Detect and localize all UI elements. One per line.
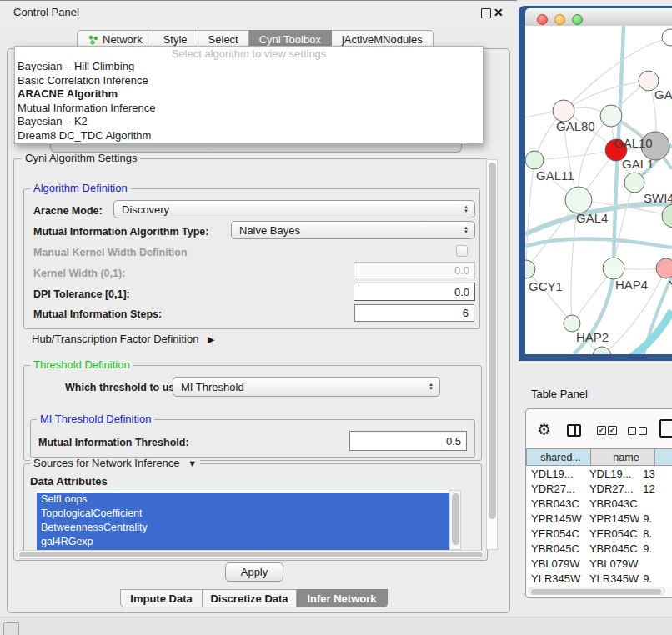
table-hscrollbar-thumb[interactable] — [531, 589, 661, 594]
tab-jactivemnodules-label: jActiveMNodules — [342, 33, 423, 46]
table-cell: YPR145W — [583, 512, 639, 527]
mi-type-label: Mutual Information Algorithm Type: — [33, 226, 208, 238]
attribute-item[interactable]: gal4RGexp — [37, 535, 449, 549]
tab-impute-data[interactable]: Impute Data — [120, 589, 203, 608]
algorithm-option[interactable]: Basic Correlation Inference — [17, 74, 481, 88]
settings-vertical-scrollbar[interactable] — [486, 159, 498, 550]
network-canvas[interactable]: GALGAL80GAL10GAL1GAL11SWI4GAL4GCY1HAP4YH… — [525, 26, 672, 354]
table-row[interactable]: YPR145WYPR145W9. — [527, 512, 672, 527]
settings-horizontal-scrollbar[interactable] — [17, 550, 485, 559]
network-node[interactable] — [624, 172, 644, 192]
tab-cyni-toolbox-label: Cyni Toolbox — [259, 33, 321, 46]
table-row[interactable]: YDL19...YDL19...13 — [527, 467, 672, 482]
aracne-mode-combobox[interactable]: Discovery ▲▼ — [113, 200, 475, 218]
table-cell: 13 — [639, 467, 672, 482]
network-node[interactable] — [565, 187, 592, 213]
table-row[interactable]: YLR345WYLR345W9. — [527, 572, 672, 586]
hub-definition-toggle[interactable]: Hub/Transcription Factor Definition ▶ — [32, 332, 214, 345]
network-node[interactable] — [593, 347, 611, 354]
attribute-item[interactable]: TopologicalCoefficient — [37, 507, 449, 521]
dpi-tolerance-field[interactable]: 0.0 — [354, 282, 475, 301]
attribute-item[interactable]: BetweennessCentrality — [37, 521, 449, 535]
sources-toggle[interactable]: Sources for Network Inference ▼ — [30, 458, 200, 469]
table-cell: YDR27... — [583, 482, 639, 497]
table-column-header[interactable]: shared... — [526, 448, 591, 466]
table-row[interactable]: YER054CYER054C8. — [527, 527, 672, 542]
network-node[interactable] — [662, 204, 672, 228]
table-row[interactable]: YDR27...YDR27...12 — [527, 482, 672, 497]
algorithm-option[interactable]: Bayesian – Hill Climbing — [17, 60, 481, 74]
network-node[interactable] — [662, 29, 672, 46]
table-row[interactable]: YBR045CYBR045C9. — [527, 542, 672, 557]
network-node[interactable] — [525, 151, 544, 169]
data-attributes-label: Data Attributes — [30, 475, 108, 488]
zoom-window-icon[interactable] — [572, 14, 583, 25]
data-attributes-listbox[interactable]: SelfLoopsTopologicalCoefficientBetweenne… — [37, 490, 461, 550]
dpi-tolerance-label: DPI Tolerance [0,1]: — [33, 288, 130, 300]
table-cell: 9. — [639, 572, 672, 586]
attributes-scrollbar-thumb[interactable] — [452, 493, 459, 545]
mi-type-combobox[interactable]: Naive Bayes ▲▼ — [231, 221, 475, 239]
node-label: GCY1 — [529, 279, 563, 293]
table-header: shared...name — [527, 448, 672, 466]
network-node[interactable] — [525, 260, 535, 278]
table-horizontal-scrollbar[interactable] — [529, 587, 665, 595]
network-node[interactable] — [656, 258, 672, 278]
table-row[interactable]: YBR043CYBR043C — [527, 497, 672, 512]
tab-infer-network[interactable]: Infer Network — [297, 589, 388, 608]
algorithm-option[interactable]: Bayesian – K2 — [17, 115, 481, 129]
float-panel-icon[interactable] — [481, 8, 491, 18]
table-row[interactable]: YBL079WYBL079W — [527, 557, 672, 572]
attributes-vertical-scrollbar[interactable] — [449, 490, 461, 550]
node-label: SWI4 — [644, 191, 672, 205]
mi-threshold-field[interactable]: 0.5 — [349, 431, 467, 451]
bottom-strip — [0, 617, 672, 635]
table-cell: YER054C — [527, 527, 583, 542]
which-threshold-combobox[interactable]: MI Threshold ▲▼ — [173, 377, 440, 397]
node-label: GAL80 — [556, 119, 595, 133]
network-node[interactable] — [600, 105, 622, 127]
network-edge — [602, 311, 672, 354]
close-panel-icon[interactable]: ✕ — [494, 7, 504, 18]
algorithm-option[interactable]: ARACNE Algorithm — [17, 88, 481, 102]
algorithm-option[interactable]: Mutual Information Inference — [17, 102, 481, 116]
checked-box-icon[interactable]: ✓ — [597, 426, 606, 435]
cyni-algorithm-settings-title: Cyni Algorithm Settings — [22, 152, 140, 164]
unchecked-box-icon[interactable] — [639, 427, 647, 435]
screen: Control Panel ✕ Network Style Select Cyn… — [0, 0, 672, 635]
columns-icon[interactable] — [567, 424, 581, 437]
network-node[interactable] — [564, 315, 580, 332]
tab-impute-data-label: Impute Data — [130, 592, 192, 605]
hub-definition-label: Hub/Transcription Factor Definition — [32, 332, 198, 345]
table-body: YDL19...YDL19...13YDR27...YDR27...12YBR0… — [527, 467, 672, 586]
manual-kernel-checkbox[interactable] — [456, 245, 468, 257]
table-cell: YDL19... — [527, 467, 583, 482]
tab-discretize-data[interactable]: Discretize Data — [203, 589, 297, 608]
network-window-titlebar[interactable] — [525, 8, 672, 27]
settings-hscrollbar-thumb[interactable] — [19, 552, 483, 558]
table-column-header[interactable]: name — [590, 448, 655, 466]
unchecked-box-icon[interactable] — [628, 427, 636, 435]
close-window-icon[interactable] — [537, 14, 548, 25]
table-column-header[interactable] — [654, 448, 672, 466]
node-label: GAL11 — [536, 168, 574, 182]
attribute-item[interactable]: SelfLoops — [37, 492, 449, 507]
table-cell: YDL19... — [583, 467, 639, 482]
mi-threshold-label: Mutual Information Threshold: — [38, 437, 189, 448]
apply-button[interactable]: Apply — [225, 562, 283, 582]
table-cell: 9. — [639, 512, 672, 527]
sources-title: Sources for Network Inference — [33, 457, 180, 469]
page-icon[interactable] — [659, 419, 672, 438]
table-cell — [639, 497, 672, 512]
network-node[interactable] — [603, 258, 624, 279]
algorithm-option[interactable]: Dream8 DC_TDC Algorithm — [17, 129, 481, 143]
checked-box-icon[interactable]: ✓ — [608, 426, 617, 435]
mi-steps-field[interactable]: 6 — [354, 304, 474, 322]
kernel-width-field[interactable]: 0.0 — [354, 262, 475, 278]
stepper-icon: ▲▼ — [464, 205, 469, 213]
minimize-window-icon[interactable] — [554, 14, 565, 25]
settings-vscrollbar-thumb[interactable] — [489, 162, 496, 519]
table-cell: YBR043C — [527, 497, 583, 512]
gear-icon[interactable]: ⚙ — [537, 420, 551, 439]
bottom-left-mini-button[interactable] — [3, 622, 19, 635]
